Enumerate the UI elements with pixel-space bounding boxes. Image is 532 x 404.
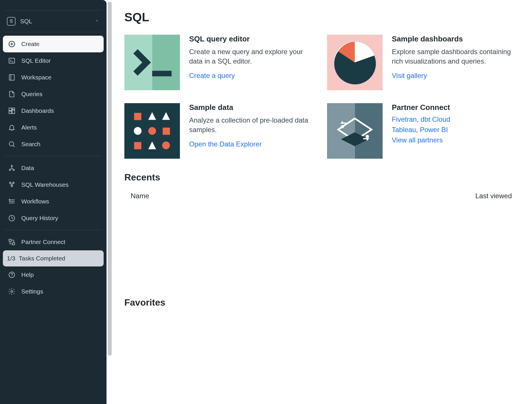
- sidebar-item-settings[interactable]: Settings: [3, 283, 104, 300]
- bell-icon: [8, 124, 16, 131]
- svg-line-12: [13, 146, 15, 147]
- sidebar-item-label: SQL Editor: [21, 57, 51, 64]
- sidebar-item-warehouses[interactable]: SQL Warehouses: [3, 176, 104, 193]
- sidebar-item-data[interactable]: Data: [3, 160, 104, 176]
- sidebar-item-label: Settings: [21, 288, 43, 295]
- svg-point-11: [9, 142, 14, 146]
- partner-icon: [8, 238, 16, 246]
- svg-point-27: [11, 291, 13, 293]
- svg-rect-23: [9, 239, 11, 241]
- persona-switcher[interactable]: S SQL: [3, 14, 104, 28]
- svg-point-37: [134, 127, 142, 135]
- sidebar-item-label: Queries: [21, 91, 43, 98]
- visit-gallery-link[interactable]: Visit gallery: [392, 72, 427, 79]
- sidebar-item-sql-editor[interactable]: SQL Editor: [3, 52, 104, 69]
- svg-rect-10: [9, 111, 12, 114]
- svg-point-42: [162, 142, 170, 149]
- sidebar-item-label: Dashboards: [21, 107, 54, 114]
- sidebar-item-dashboards[interactable]: Dashboards: [3, 102, 104, 119]
- sidebar-item-label: Data: [21, 165, 34, 171]
- scrollbar[interactable]: [107, 0, 113, 404]
- svg-point-18: [11, 185, 12, 187]
- workflows-icon: [8, 198, 16, 205]
- svg-point-13: [11, 165, 12, 166]
- data-thumb: [124, 103, 180, 159]
- terminal-icon: [8, 57, 16, 64]
- warehouse-icon: [8, 181, 16, 188]
- editor-thumb: [124, 35, 180, 90]
- card-title: Partner Connect: [392, 103, 450, 112]
- svg-point-17: [13, 182, 14, 184]
- sidebar-item-search[interactable]: Search: [3, 136, 104, 153]
- svg-rect-8: [12, 108, 15, 109]
- card-sample-data: Sample data Analyze a collection of pre-…: [124, 103, 316, 159]
- sidebar-item-help[interactable]: Help: [3, 266, 104, 283]
- sidebar-item-label: Alerts: [21, 124, 37, 131]
- card-title: Sample data: [189, 103, 316, 112]
- card-title: SQL query editor: [189, 35, 316, 43]
- main-content: SQL SQL query editor Create a new query …: [113, 0, 532, 404]
- file-icon: [8, 90, 16, 98]
- tasks-count: 1/3: [7, 255, 15, 262]
- tasks-label: Tasks Completed: [19, 255, 65, 262]
- card-title: Sample dashboards: [392, 35, 518, 43]
- chevron-down-icon: [94, 18, 100, 25]
- book-icon: [8, 74, 16, 81]
- svg-point-48: [366, 135, 369, 138]
- search-icon: [8, 140, 16, 148]
- card-desc: Create a new query and explore your data…: [189, 47, 316, 66]
- sidebar-item-queries[interactable]: Queries: [3, 86, 104, 102]
- sidebar-item-query-history[interactable]: Query History: [3, 210, 104, 226]
- svg-rect-39: [163, 127, 170, 135]
- create-label: Create: [21, 41, 39, 47]
- view-all-partners-link[interactable]: View all partners: [392, 136, 443, 144]
- sidebar: S SQL Create SQL Editor Workspace Querie…: [0, 0, 107, 404]
- create-query-link[interactable]: Create a query: [189, 72, 235, 79]
- tasks-completed[interactable]: 1/3 Tasks Completed: [3, 250, 104, 266]
- open-data-explorer-link[interactable]: Open the Data Explorer: [189, 140, 262, 148]
- sidebar-item-label: SQL Warehouses: [21, 181, 69, 188]
- sidebar-item-partner-connect[interactable]: Partner Connect: [3, 234, 104, 250]
- sidebar-item-label: Help: [21, 271, 34, 278]
- card-sql-editor: SQL query editor Create a new query and …: [124, 35, 316, 90]
- fivetran-link[interactable]: Fivetran: [392, 115, 417, 123]
- powerbi-link[interactable]: Power BI: [420, 126, 448, 134]
- recents-empty: [124, 203, 518, 284]
- svg-rect-30: [152, 71, 172, 76]
- dashboard-icon: [8, 107, 16, 115]
- svg-rect-34: [134, 113, 141, 120]
- svg-point-16: [10, 182, 11, 184]
- main-scroll-container: SQL SQL query editor Create a new query …: [107, 0, 532, 404]
- sidebar-item-alerts[interactable]: Alerts: [3, 119, 104, 136]
- sidebar-item-workflows[interactable]: Workflows: [3, 193, 104, 210]
- svg-rect-9: [12, 110, 15, 114]
- col-last-viewed: Last viewed: [475, 192, 512, 200]
- create-button[interactable]: Create: [3, 36, 104, 52]
- svg-point-26: [12, 276, 12, 277]
- card-desc: Explore sample dashboards containing ric…: [392, 47, 518, 66]
- svg-rect-40: [134, 142, 141, 149]
- persona-icon: S: [7, 17, 16, 26]
- recents-heading: Recents: [124, 172, 518, 183]
- sidebar-item-label: Query History: [21, 215, 58, 222]
- sidebar-item-label: Workflows: [21, 198, 49, 205]
- recents-table-header: Name Last viewed: [124, 188, 518, 203]
- card-partner-connect: Partner Connect Fivetran, dbt Cloud Tabl…: [327, 103, 518, 159]
- persona-label: SQL: [20, 18, 32, 25]
- sidebar-item-label: Search: [21, 141, 41, 148]
- svg-rect-3: [9, 58, 15, 63]
- svg-rect-5: [9, 75, 14, 80]
- svg-rect-24: [12, 243, 15, 245]
- tableau-link[interactable]: Tableau: [392, 126, 416, 134]
- plus-circle-icon: [8, 40, 16, 48]
- col-name: Name: [131, 192, 149, 200]
- data-icon: [8, 164, 16, 172]
- gear-icon: [8, 288, 16, 295]
- sidebar-item-workspace[interactable]: Workspace: [3, 69, 104, 86]
- dbt-link[interactable]: dbt Cloud: [421, 115, 450, 123]
- svg-point-47: [341, 125, 344, 129]
- favorites-heading: Favorites: [124, 297, 518, 308]
- svg-point-38: [148, 127, 156, 135]
- partner-thumb: [327, 103, 383, 159]
- svg-rect-7: [9, 108, 12, 110]
